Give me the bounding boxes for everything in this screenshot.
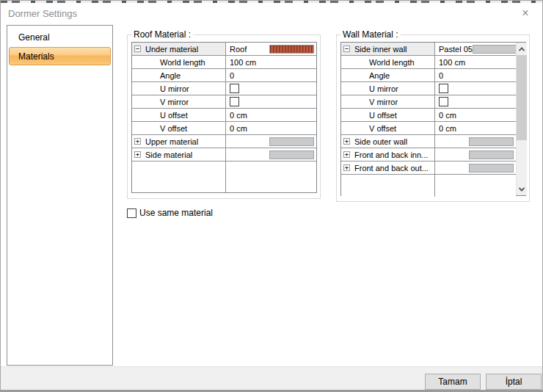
row-value: 0 cm bbox=[439, 111, 456, 120]
table-row[interactable]: +Side outer wall bbox=[341, 135, 516, 148]
table-row[interactable]: Angle0 bbox=[341, 69, 516, 82]
row-label: Upper material bbox=[145, 137, 198, 146]
material-swatch[interactable] bbox=[269, 150, 314, 159]
row-label-cell: Angle bbox=[132, 69, 226, 81]
material-swatch[interactable] bbox=[469, 137, 514, 146]
material-swatch[interactable] bbox=[469, 150, 514, 159]
row-label: V offset bbox=[134, 124, 187, 133]
expand-icon[interactable]: + bbox=[134, 138, 141, 145]
row-value-cell[interactable]: 100 cm bbox=[226, 56, 316, 68]
scrollbar-thumb[interactable] bbox=[517, 55, 527, 140]
settings-page-list: General Materials bbox=[7, 25, 113, 366]
row-value: 0 bbox=[230, 71, 234, 80]
table-row[interactable]: Angle0 bbox=[132, 69, 316, 82]
table-row[interactable]: +Front and back out... bbox=[341, 161, 516, 175]
table-row[interactable]: V offset0 cm bbox=[132, 122, 316, 135]
row-value-cell[interactable] bbox=[435, 82, 516, 95]
roof-material-group-title: Roof Material : bbox=[131, 29, 193, 40]
table-row[interactable]: U offset0 cm bbox=[341, 109, 516, 122]
table-row[interactable]: +Front and back inn... bbox=[341, 148, 516, 161]
row-value-cell[interactable] bbox=[435, 135, 516, 148]
v-mirror-checkbox[interactable] bbox=[230, 97, 239, 106]
scroll-up-icon[interactable] bbox=[517, 43, 527, 55]
roof-material-table[interactable]: −Under materialRoofWorld length100 cmAng… bbox=[131, 42, 317, 193]
v-mirror-checkbox[interactable] bbox=[439, 97, 448, 106]
empty-label-cell bbox=[341, 175, 435, 197]
row-value-cell[interactable] bbox=[435, 148, 516, 161]
table-empty-area bbox=[132, 161, 316, 192]
collapse-icon[interactable]: − bbox=[134, 46, 141, 52]
ok-button[interactable]: Tamam bbox=[425, 374, 481, 390]
row-value-cell[interactable] bbox=[226, 135, 316, 148]
table-row[interactable]: World length100 cm bbox=[341, 56, 516, 69]
window-title: Dormer Settings bbox=[8, 8, 77, 19]
row-label-cell: −Side inner wall bbox=[341, 43, 435, 55]
row-label: U mirror bbox=[134, 84, 189, 93]
table-row[interactable]: V mirror bbox=[341, 95, 516, 109]
collapse-icon[interactable]: − bbox=[343, 46, 350, 52]
row-value-cell[interactable]: 100 cm bbox=[435, 56, 516, 68]
row-label-cell: V mirror bbox=[341, 95, 435, 108]
wall-material-group: Wall Material : −Side inner wallPastel 0… bbox=[336, 35, 530, 202]
table-row[interactable]: −Under materialRoof bbox=[132, 43, 316, 56]
table-row[interactable]: U mirror bbox=[132, 82, 316, 95]
row-label: Angle bbox=[134, 71, 181, 80]
wall-material-table[interactable]: −Side inner wallPastel 05World length100… bbox=[341, 43, 516, 197]
row-value-cell[interactable]: 0 bbox=[435, 69, 516, 81]
dormer-settings-dialog: Dormer Settings × General Materials Roof… bbox=[0, 0, 543, 392]
row-value-cell[interactable] bbox=[435, 161, 516, 174]
empty-value-cell bbox=[435, 175, 516, 197]
expand-icon[interactable]: + bbox=[343, 151, 350, 158]
row-label: Under material bbox=[145, 45, 198, 54]
table-row[interactable]: +Upper material bbox=[132, 135, 316, 148]
wall-material-table-wrap: −Side inner wallPastel 05World length100… bbox=[340, 42, 526, 196]
row-label: V offset bbox=[343, 124, 396, 133]
row-value-cell[interactable] bbox=[226, 148, 316, 161]
row-label: World length bbox=[343, 58, 415, 67]
table-row[interactable]: V mirror bbox=[132, 95, 316, 109]
row-value-cell[interactable]: Pastel 05 bbox=[435, 43, 516, 55]
expand-icon[interactable]: + bbox=[343, 138, 350, 145]
scrollbar-track[interactable] bbox=[517, 55, 527, 183]
row-value: Pastel 05 bbox=[439, 45, 473, 54]
wall-table-scrollbar[interactable] bbox=[516, 43, 527, 195]
row-label: Side outer wall bbox=[354, 137, 407, 146]
expand-icon[interactable]: + bbox=[134, 151, 141, 158]
material-swatch[interactable] bbox=[469, 164, 514, 173]
table-row[interactable]: World length100 cm bbox=[132, 56, 316, 69]
sidebar-item-materials[interactable]: Materials bbox=[9, 47, 111, 65]
row-label-cell: +Front and back inn... bbox=[341, 148, 435, 161]
row-value: 100 cm bbox=[230, 58, 256, 67]
row-value-cell[interactable] bbox=[226, 82, 316, 95]
cancel-button[interactable]: İptal bbox=[486, 374, 542, 390]
table-row[interactable]: U mirror bbox=[341, 82, 516, 95]
scroll-down-icon[interactable] bbox=[517, 183, 527, 195]
u-mirror-checkbox[interactable] bbox=[230, 84, 239, 93]
row-label-cell: U offset bbox=[341, 109, 435, 121]
row-label: U offset bbox=[134, 111, 188, 120]
row-value: 0 cm bbox=[230, 111, 247, 120]
row-value-cell[interactable]: Roof bbox=[226, 43, 316, 55]
material-swatch[interactable] bbox=[269, 137, 314, 146]
use-same-material-label: Use same material bbox=[139, 208, 213, 218]
row-value-cell[interactable]: 0 cm bbox=[435, 122, 516, 134]
row-value-cell[interactable] bbox=[435, 95, 516, 108]
close-icon[interactable]: × bbox=[519, 7, 532, 20]
sidebar-item-general[interactable]: General bbox=[9, 28, 111, 46]
row-value-cell[interactable]: 0 bbox=[226, 69, 316, 81]
expand-icon[interactable]: + bbox=[343, 164, 350, 171]
table-row[interactable]: +Side material bbox=[132, 148, 316, 161]
material-swatch[interactable] bbox=[473, 45, 516, 54]
use-same-material-checkbox[interactable] bbox=[127, 208, 136, 218]
row-value-cell[interactable]: 0 cm bbox=[226, 122, 316, 134]
table-row[interactable]: −Side inner wallPastel 05 bbox=[341, 43, 516, 56]
row-value-cell[interactable]: 0 cm bbox=[435, 109, 516, 121]
table-row[interactable]: U offset0 cm bbox=[132, 109, 316, 122]
titlebar[interactable]: Dormer Settings × bbox=[1, 3, 542, 22]
row-value-cell[interactable] bbox=[226, 95, 316, 108]
u-mirror-checkbox[interactable] bbox=[439, 84, 448, 93]
table-row[interactable]: V offset0 cm bbox=[341, 122, 516, 135]
material-swatch[interactable] bbox=[269, 45, 314, 54]
row-value-cell[interactable]: 0 cm bbox=[226, 109, 316, 121]
roof-material-group: Roof Material : −Under materialRoofWorld… bbox=[127, 35, 321, 199]
